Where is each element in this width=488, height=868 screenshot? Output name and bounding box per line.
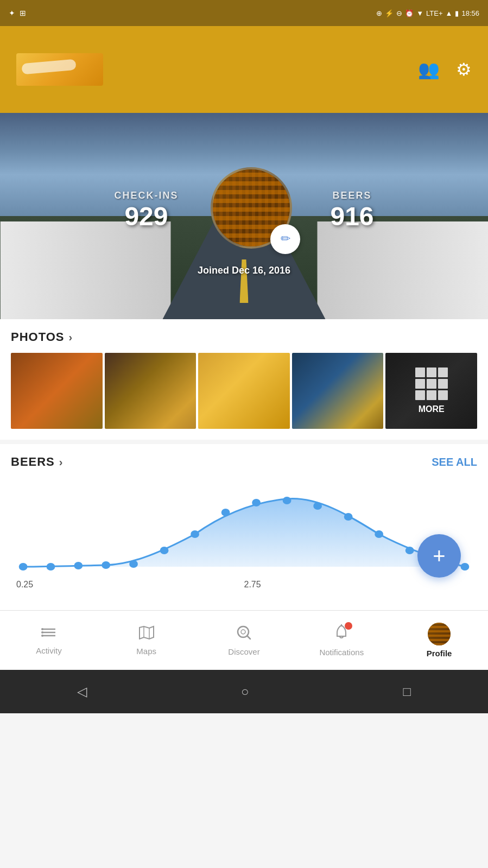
chart-point-16	[460, 563, 469, 571]
beers-title[interactable]: BEERS ›	[11, 455, 63, 469]
notifications-icon	[334, 624, 349, 644]
header-actions: 👥 ⚙	[418, 59, 472, 80]
alarm-icon: ⏰	[405, 9, 414, 17]
chart-point-4	[102, 561, 110, 569]
notifications-label: Notifications	[319, 648, 364, 657]
app-logo	[16, 53, 103, 86]
svg-point-3	[41, 628, 43, 630]
svg-point-6	[238, 626, 249, 637]
chart-point-6	[160, 547, 169, 554]
photo-3[interactable]	[198, 353, 290, 429]
photo-more[interactable]: MORE	[385, 353, 477, 429]
chart-point-13	[375, 530, 383, 538]
home-button[interactable]: ○	[241, 684, 249, 699]
nav-maps[interactable]: Maps	[98, 611, 195, 670]
grid-dot-3	[438, 368, 448, 377]
lte-icon: LTE+	[426, 9, 442, 17]
add-button[interactable]: +	[417, 534, 461, 578]
notification-badge	[345, 622, 352, 630]
nav-profile[interactable]: Profile	[390, 611, 488, 670]
grid-dot-9	[438, 390, 448, 400]
nav-profile-avatar	[428, 623, 451, 645]
wifi-icon: ▼	[416, 9, 423, 17]
battery-icon: ▮	[455, 9, 459, 17]
friends-icon[interactable]: 👥	[418, 59, 440, 80]
maps-label: Maps	[136, 647, 156, 656]
profile-label: Profile	[427, 649, 452, 658]
photos-chevron: ›	[69, 331, 73, 344]
discover-icon	[236, 625, 251, 644]
joined-date: Joined Dec 16, 2016	[198, 265, 290, 276]
bluetooth-icon: ⚡	[385, 9, 394, 17]
chart-point-2	[47, 563, 55, 571]
chart-point-3	[74, 562, 83, 569]
photos-header: PHOTOS ›	[11, 330, 477, 344]
svg-point-4	[41, 631, 43, 633]
chart-svg	[11, 480, 477, 578]
nav-discover[interactable]: Discover	[195, 611, 293, 670]
chart-point-12	[344, 513, 353, 521]
app-icon-2: ⊞	[20, 9, 26, 17]
location-icon: ⊕	[376, 9, 382, 17]
nav-avatar-image	[428, 623, 451, 645]
android-navigation: ◁ ○ □	[0, 670, 488, 713]
grid-dot-4	[415, 379, 425, 389]
beers-chart: 0.25 2.75 +	[11, 480, 477, 588]
beers-chevron: ›	[59, 456, 64, 468]
profile-stats: CHECK-INS 929 ✏ BEERS 916	[114, 167, 373, 254]
time: 18:56	[461, 9, 479, 17]
more-text: MORE	[419, 404, 445, 414]
bottom-navigation: Activity Maps Discover	[0, 610, 488, 670]
status-left-icons: ✦ ⊞	[9, 9, 26, 17]
nav-activity[interactable]: Activity	[0, 611, 98, 670]
beers-label: BEERS	[330, 190, 373, 201]
dnd-icon: ⊖	[396, 9, 402, 17]
checkins-stat: CHECK-INS 929	[114, 190, 178, 231]
chart-point-11	[313, 502, 322, 510]
photos-title[interactable]: PHOTOS ›	[11, 330, 73, 344]
checkins-value: 929	[114, 201, 178, 231]
beers-header: BEERS › SEE ALL	[11, 455, 477, 469]
checkins-label: CHECK-INS	[114, 190, 178, 201]
app-header: 👥 ⚙	[0, 26, 488, 113]
beers-value: 916	[330, 201, 373, 231]
see-all-button[interactable]: SEE ALL	[432, 456, 477, 468]
recent-button[interactable]: □	[403, 684, 411, 699]
chart-mid-label: 2.75	[244, 580, 261, 590]
back-button[interactable]: ◁	[77, 684, 87, 699]
profile-hero: CHECK-INS 929 ✏ BEERS 916 Joined Dec 16,…	[0, 113, 488, 319]
grid-dot-8	[427, 390, 436, 400]
chart-point-5	[129, 560, 138, 568]
svg-line-8	[248, 636, 250, 639]
activity-icon	[41, 625, 56, 643]
grid-dot-5	[427, 379, 436, 389]
signal-icon: ▲	[446, 9, 453, 17]
system-icons: ⊕ ⚡ ⊖ ⏰ ▼ LTE+ ▲ ▮ 18:56	[376, 9, 479, 17]
maps-icon	[138, 625, 155, 643]
photo-1[interactable]	[11, 353, 103, 429]
grid-dot-7	[415, 390, 425, 400]
svg-point-7	[241, 630, 245, 634]
settings-icon[interactable]: ⚙	[456, 59, 472, 80]
photos-section: PHOTOS › MORE	[0, 319, 488, 440]
chart-point-14	[405, 547, 414, 554]
activity-label: Activity	[36, 646, 62, 655]
profile-avatar-container: ✏	[211, 167, 297, 254]
more-overlay: MORE	[385, 353, 477, 429]
chart-point-1	[19, 563, 28, 571]
chart-point-8	[221, 509, 230, 516]
edit-profile-button[interactable]: ✏	[270, 224, 300, 254]
photos-grid: MORE	[0, 353, 488, 440]
chart-min-label: 0.25	[16, 580, 33, 590]
beers-section: BEERS › SEE ALL	[0, 444, 488, 610]
grid-dot-6	[438, 379, 448, 389]
photo-4[interactable]	[292, 353, 384, 429]
photo-2[interactable]	[105, 353, 197, 429]
nav-notifications[interactable]: Notifications	[293, 611, 390, 670]
discover-label: Discover	[228, 647, 259, 656]
grid-dot-1	[415, 368, 425, 377]
grid-dot-2	[427, 368, 436, 377]
chart-point-7	[191, 530, 199, 538]
beers-stat: BEERS 916	[330, 190, 373, 231]
chart-labels: 0.25 2.75	[11, 580, 477, 590]
